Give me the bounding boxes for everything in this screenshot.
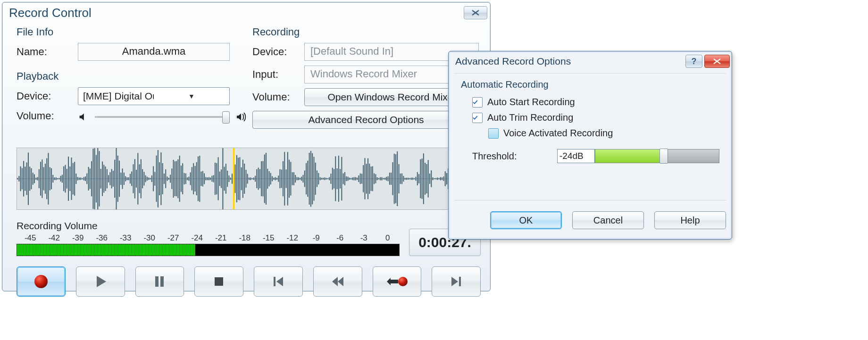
svg-rect-70	[124, 173, 125, 185]
goto-record-button[interactable]	[373, 266, 422, 297]
svg-rect-99	[168, 178, 169, 180]
ok-button[interactable]: OK	[490, 211, 562, 229]
svg-rect-109	[184, 173, 185, 184]
adv-help-button[interactable]: ?	[685, 55, 702, 68]
svg-rect-186	[303, 175, 304, 182]
svg-rect-119	[199, 156, 200, 202]
svg-rect-158	[259, 169, 260, 189]
slider-thumb[interactable]	[222, 111, 230, 124]
svg-point-306	[398, 277, 408, 286]
svg-rect-234	[377, 177, 378, 180]
svg-rect-155	[255, 176, 256, 182]
svg-rect-12	[34, 174, 35, 183]
voice-activated-recording-label: Voice Activated Recording	[503, 128, 613, 139]
advanced-record-options-button[interactable]: Advanced Record Options	[252, 111, 480, 129]
playback-volume-slider[interactable]	[95, 116, 229, 118]
auto-trim-recording-checkbox[interactable]: Auto Trim Recording	[472, 112, 719, 123]
meter-tick: -30	[138, 233, 162, 243]
svg-rect-25	[54, 177, 55, 180]
svg-rect-217	[351, 178, 351, 180]
svg-rect-92	[158, 150, 159, 207]
svg-rect-193	[313, 157, 314, 200]
svg-rect-276	[442, 177, 442, 180]
svg-rect-236	[380, 177, 381, 181]
svg-rect-230	[371, 166, 372, 191]
svg-rect-46	[86, 174, 87, 184]
playback-device-dropdown[interactable]: [MME] Digital Output Device ▼	[78, 87, 230, 105]
next-button[interactable]	[432, 266, 481, 297]
svg-rect-127	[211, 176, 212, 182]
svg-rect-91	[156, 156, 157, 202]
svg-rect-113	[190, 173, 191, 185]
svg-rect-247	[397, 151, 398, 206]
svg-rect-250	[401, 174, 402, 184]
svg-rect-45	[85, 176, 86, 181]
svg-rect-167	[273, 178, 274, 180]
svg-rect-263	[422, 158, 423, 199]
pause-button[interactable]	[135, 266, 184, 297]
svg-rect-78	[136, 170, 137, 188]
svg-rect-170	[278, 175, 279, 182]
svg-rect-258	[414, 178, 415, 180]
recording-volume-meter	[17, 244, 400, 256]
svg-rect-34	[68, 157, 69, 201]
svg-rect-144	[238, 158, 239, 199]
svg-rect-261	[418, 174, 419, 183]
play-button[interactable]	[76, 266, 125, 297]
svg-rect-242	[389, 173, 390, 185]
svg-rect-121	[202, 171, 203, 187]
stop-button[interactable]	[194, 266, 243, 297]
threshold-slider[interactable]	[595, 149, 719, 163]
automatic-recording-group-label: Automatic Recording	[461, 79, 719, 90]
svg-rect-7	[26, 163, 27, 195]
svg-rect-28	[58, 178, 59, 179]
svg-rect-85	[147, 177, 148, 181]
svg-rect-105	[177, 159, 178, 198]
svg-rect-202	[327, 178, 328, 179]
svg-rect-203	[329, 177, 330, 181]
auto-start-recording-checkbox[interactable]: Auto Start Recording	[472, 97, 719, 108]
transport-bar	[17, 266, 481, 297]
svg-rect-252	[405, 178, 406, 180]
threshold-thumb[interactable]	[659, 149, 668, 164]
adv-window-title: Advanced Record Options	[455, 56, 684, 67]
threshold-grey-segment	[663, 149, 719, 163]
record-close-button[interactable]	[464, 6, 487, 19]
previous-button[interactable]	[254, 266, 303, 297]
waveform-display[interactable]	[17, 148, 481, 210]
svg-rect-265	[425, 163, 426, 195]
svg-rect-266	[426, 164, 427, 193]
meter-tick: -3	[352, 233, 376, 243]
svg-rect-232	[374, 174, 375, 184]
svg-rect-157	[258, 168, 259, 190]
threshold-value[interactable]: -24dB	[557, 149, 595, 163]
svg-rect-38	[74, 162, 75, 196]
help-button[interactable]: Help	[654, 211, 726, 229]
svg-rect-140	[232, 174, 233, 184]
svg-rect-272	[435, 178, 436, 180]
svg-rect-97	[165, 169, 166, 188]
svg-rect-51	[94, 148, 95, 209]
svg-rect-9	[29, 166, 30, 191]
voice-activated-recording-checkbox[interactable]: Voice Activated Recording	[488, 128, 719, 139]
svg-rect-94	[160, 152, 161, 205]
svg-rect-100	[170, 174, 171, 182]
svg-rect-93	[159, 162, 160, 195]
meter-tick: -18	[233, 233, 257, 243]
adv-title-bar: Advanced Record Options ?	[451, 53, 730, 69]
meter-tick: -21	[209, 233, 233, 243]
rewind-button[interactable]	[313, 266, 362, 297]
svg-rect-279	[446, 173, 447, 184]
recording-volume-title: Recording Volume	[17, 220, 400, 232]
svg-rect-251	[403, 176, 404, 182]
record-button[interactable]	[17, 266, 66, 297]
svg-rect-302	[155, 276, 159, 287]
playhead[interactable]	[233, 148, 234, 209]
cancel-button[interactable]: Cancel	[572, 211, 644, 229]
svg-rect-35	[69, 166, 70, 191]
svg-rect-88	[151, 175, 152, 182]
adv-close-button[interactable]	[704, 55, 730, 68]
speaker-high-icon	[235, 112, 248, 122]
svg-rect-87	[150, 178, 150, 179]
svg-rect-17	[42, 159, 42, 198]
